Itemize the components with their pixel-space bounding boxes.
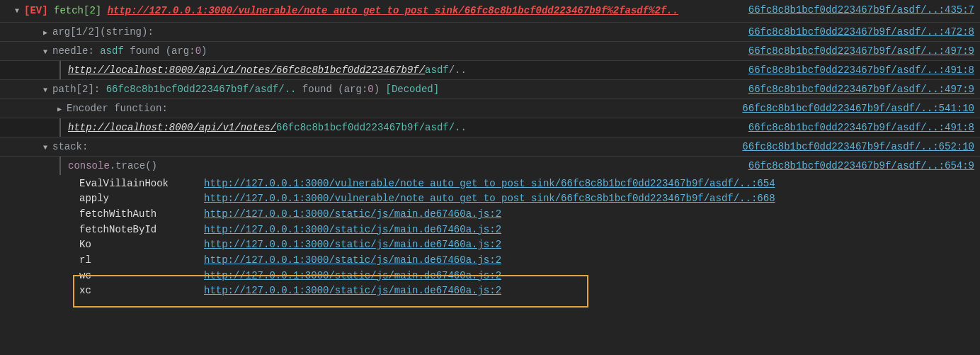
source-link[interactable]: 66fc8c8b1bcf0dd223467b9f/asdf/..:472:8 bbox=[740, 26, 974, 38]
console-row[interactable]: Encoder function:66fc8c8b1bcf0dd223467b9… bbox=[0, 99, 980, 118]
row-content: http://localhost:8000/api/v1/notes/66fc8… bbox=[68, 64, 467, 76]
stack-location-link[interactable]: http://127.0.0.1:3000/vulnerable/note_au… bbox=[204, 176, 775, 192]
stack-function: rl bbox=[79, 253, 204, 269]
row-content: arg[1/2](string): bbox=[52, 26, 154, 38]
stack-location-link[interactable]: http://127.0.0.1:3000/vulnerable/note_au… bbox=[204, 191, 775, 207]
stack-frame: fetchNoteByIdhttp://127.0.0.1:3000/stati… bbox=[79, 222, 980, 238]
console-row[interactable]: http://localhost:8000/api/v1/notes/66fc8… bbox=[0, 61, 980, 80]
tree-guide bbox=[59, 61, 61, 79]
stack-frame: EvalVillainHookhttp://127.0.0.1:3000/vul… bbox=[79, 176, 980, 192]
stack-frame: Kohttp://127.0.0.1:3000/static/js/main.d… bbox=[79, 237, 980, 253]
stack-location-link[interactable]: http://127.0.0.1:3000/static/js/main.de6… bbox=[204, 237, 501, 253]
row-content: http://localhost:8000/api/v1/notes/66fc8… bbox=[68, 122, 467, 133]
row-content: stack: bbox=[52, 141, 88, 152]
stack-location-link[interactable]: http://127.0.0.1:3000/static/js/main.de6… bbox=[204, 269, 501, 284]
console-row[interactable]: console.trace()66fc8c8b1bcf0dd223467b9f/… bbox=[0, 157, 980, 175]
stack-frame: xchttp://127.0.0.1:3000/static/js/main.d… bbox=[79, 283, 980, 299]
stack-location-link[interactable]: http://127.0.0.1:3000/static/js/main.de6… bbox=[204, 207, 501, 222]
tree-guide bbox=[59, 157, 61, 175]
chevron-down-icon[interactable] bbox=[41, 141, 50, 152]
chevron-down-icon[interactable] bbox=[41, 84, 50, 95]
source-link[interactable]: 66fc8c8b1bcf0dd223467b9f/asdf/..:652:10 bbox=[734, 141, 974, 152]
console-row[interactable]: http://localhost:8000/api/v1/notes/66fc8… bbox=[0, 118, 980, 137]
row-content: Encoder function: bbox=[67, 103, 168, 114]
console-row[interactable]: arg[1/2](string):66fc8c8b1bcf0dd223467b9… bbox=[0, 23, 980, 42]
console-row[interactable]: stack:66fc8c8b1bcf0dd223467b9f/asdf/..:6… bbox=[0, 137, 980, 157]
source-link[interactable]: 66fc8c8b1bcf0dd223467b9f/asdf/..:435:7 bbox=[740, 4, 974, 16]
row-content: console.trace() bbox=[68, 160, 157, 171]
stack-function: xc bbox=[79, 283, 204, 299]
source-link[interactable]: 66fc8c8b1bcf0dd223467b9f/asdf/..:497:9 bbox=[740, 84, 974, 95]
stack-function: Ko bbox=[79, 237, 204, 253]
chevron-down-icon[interactable] bbox=[41, 45, 50, 57]
row-content: needle: asdf found (arg:0) bbox=[52, 45, 207, 57]
source-link[interactable]: 66fc8c8b1bcf0dd223467b9f/asdf/..:491:8 bbox=[740, 64, 974, 76]
stack-function: wc bbox=[79, 269, 204, 284]
stack-function: fetchNoteById bbox=[79, 222, 204, 238]
console-row[interactable]: needle: asdf found (arg:0)66fc8c8b1bcf0d… bbox=[0, 42, 980, 61]
source-link[interactable]: 66fc8c8b1bcf0dd223467b9f/asdf/..:654:9 bbox=[740, 160, 974, 171]
stack-function: EvalVillainHook bbox=[79, 176, 204, 192]
stack-frame: wchttp://127.0.0.1:3000/static/js/main.d… bbox=[79, 269, 980, 284]
stack-location-link[interactable]: http://127.0.0.1:3000/static/js/main.de6… bbox=[204, 222, 501, 238]
stack-frame: fetchWithAuthhttp://127.0.0.1:3000/stati… bbox=[79, 207, 980, 222]
stack-trace: EvalVillainHookhttp://127.0.0.1:3000/vul… bbox=[0, 175, 980, 303]
source-link[interactable]: 66fc8c8b1bcf0dd223467b9f/asdf/..:491:8 bbox=[740, 122, 974, 133]
chevron-right-icon[interactable] bbox=[41, 26, 50, 38]
stack-location-link[interactable]: http://127.0.0.1:3000/static/js/main.de6… bbox=[204, 253, 501, 269]
stack-function: apply bbox=[79, 191, 204, 207]
row-content: path[2]: 66fc8c8b1bcf0dd223467b9f/asdf/.… bbox=[52, 84, 439, 95]
stack-function: fetchWithAuth bbox=[79, 207, 204, 222]
source-link[interactable]: 66fc8c8b1bcf0dd223467b9f/asdf/..:541:10 bbox=[734, 103, 974, 114]
fetch-url-link[interactable]: http://127.0.0.1:3000/vulnerable/note_au… bbox=[108, 5, 679, 16]
stack-frame: rlhttp://127.0.0.1:3000/static/js/main.d… bbox=[79, 253, 980, 269]
stack-location-link[interactable]: http://127.0.0.1:3000/static/js/main.de6… bbox=[204, 283, 501, 299]
tree-guide bbox=[59, 118, 61, 137]
chevron-right-icon[interactable] bbox=[55, 103, 64, 114]
fetch-label: fetch[2] bbox=[54, 5, 101, 16]
console-row[interactable]: path[2]: 66fc8c8b1bcf0dd223467b9f/asdf/.… bbox=[0, 80, 980, 99]
console-entry-header[interactable]: [EV] fetch[2] http://127.0.0.1:3000/vuln… bbox=[0, 0, 980, 23]
chevron-down-icon[interactable] bbox=[13, 4, 21, 16]
source-link[interactable]: 66fc8c8b1bcf0dd223467b9f/asdf/..:497:9 bbox=[740, 45, 974, 57]
stack-frame: applyhttp://127.0.0.1:3000/vulnerable/no… bbox=[79, 191, 980, 207]
ev-tag: [EV] bbox=[24, 5, 48, 16]
